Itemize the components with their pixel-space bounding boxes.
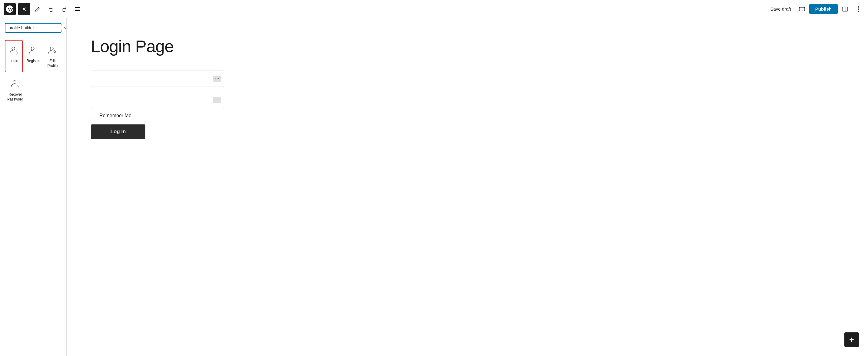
publish-button[interactable]: Publish bbox=[809, 4, 838, 14]
edit-button[interactable] bbox=[31, 3, 43, 15]
block-grid-row2: ? Recover Password bbox=[5, 73, 61, 106]
menu-button[interactable] bbox=[71, 3, 84, 15]
recover-password-icon: ? bbox=[9, 78, 21, 90]
search-box: × bbox=[5, 23, 61, 33]
main-content: Login Page ⋯ ⋯ Remember Me Log In bbox=[67, 18, 868, 356]
sidebar-toggle-icon bbox=[842, 7, 848, 11]
field2-options-button[interactable]: ⋯ bbox=[213, 97, 221, 103]
remember-me-row: Remember Me bbox=[91, 113, 224, 118]
block-item-register[interactable]: Register bbox=[24, 40, 42, 72]
register-icon bbox=[27, 44, 39, 56]
block-label-login: Login bbox=[9, 59, 18, 64]
undo-button[interactable] bbox=[45, 3, 57, 15]
svg-point-6 bbox=[858, 8, 859, 10]
login-button[interactable]: Log In bbox=[91, 124, 145, 139]
menu-icon bbox=[75, 6, 80, 12]
block-grid-row1: Login Register bbox=[5, 40, 61, 72]
block-label-edit-profile: Edit Profile bbox=[46, 59, 59, 68]
wp-logo-icon bbox=[6, 5, 13, 13]
preview-button[interactable] bbox=[796, 3, 808, 15]
redo-button[interactable] bbox=[58, 3, 70, 15]
svg-rect-1 bbox=[75, 9, 80, 9]
block-item-recover-password[interactable]: ? Recover Password bbox=[5, 73, 26, 106]
form-field-2: ⋯ bbox=[91, 92, 224, 108]
svg-rect-3 bbox=[799, 7, 805, 11]
svg-rect-0 bbox=[75, 7, 80, 8]
sidebar: × Login bbox=[0, 18, 67, 356]
svg-point-8 bbox=[12, 47, 15, 50]
more-options-button[interactable] bbox=[852, 3, 864, 15]
svg-point-11 bbox=[13, 80, 16, 84]
svg-text:?: ? bbox=[17, 84, 20, 88]
add-block-button[interactable]: + bbox=[844, 332, 859, 347]
search-input[interactable] bbox=[8, 26, 61, 30]
field1-options-button[interactable]: ⋯ bbox=[213, 76, 221, 82]
sidebar-toggle-button[interactable] bbox=[839, 3, 851, 15]
password-input[interactable] bbox=[91, 92, 224, 108]
block-item-edit-profile[interactable]: Edit Profile bbox=[43, 40, 61, 72]
username-input[interactable] bbox=[91, 70, 224, 87]
search-clear-button[interactable]: × bbox=[63, 26, 66, 30]
svg-point-9 bbox=[31, 47, 34, 50]
block-label-recover-password: Recover Password bbox=[7, 92, 23, 102]
wp-logo bbox=[4, 3, 16, 15]
toolbar: Save draft Publish bbox=[0, 0, 868, 18]
layout: × Login bbox=[0, 18, 868, 356]
pencil-icon bbox=[35, 6, 40, 12]
redo-icon bbox=[61, 6, 67, 12]
svg-point-7 bbox=[858, 10, 859, 12]
block-label-register: Register bbox=[26, 59, 40, 64]
login-form: ⋯ ⋯ Remember Me Log In bbox=[91, 70, 224, 139]
block-item-login[interactable]: Login bbox=[5, 40, 23, 72]
remember-me-checkbox[interactable] bbox=[91, 113, 96, 118]
preview-icon bbox=[799, 7, 805, 11]
edit-profile-icon bbox=[46, 44, 58, 56]
undo-icon bbox=[48, 6, 54, 12]
svg-point-5 bbox=[858, 6, 859, 7]
remember-me-label: Remember Me bbox=[99, 113, 131, 118]
save-draft-button[interactable]: Save draft bbox=[767, 4, 795, 14]
page-title: Login Page bbox=[91, 36, 844, 56]
more-options-icon bbox=[858, 6, 859, 12]
close-button[interactable] bbox=[18, 3, 30, 15]
form-field-1: ⋯ bbox=[91, 70, 224, 87]
login-icon bbox=[8, 44, 20, 56]
svg-point-10 bbox=[50, 47, 53, 50]
svg-rect-2 bbox=[75, 10, 80, 11]
close-icon bbox=[22, 7, 27, 11]
svg-rect-4 bbox=[842, 7, 848, 11]
